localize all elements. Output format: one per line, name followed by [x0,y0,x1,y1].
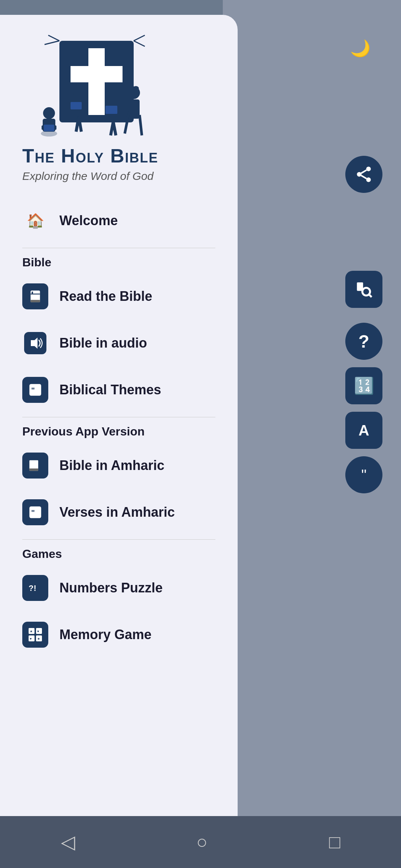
divider-2 [22,417,215,417]
audio-icon [22,330,48,356]
svg-line-4 [361,170,366,173]
svg-text:★: ★ [37,637,40,641]
svg-rect-40 [32,292,33,294]
svg-rect-33 [71,102,82,109]
share-button[interactable] [345,156,382,193]
svg-point-0 [366,167,371,171]
section-title-games: Games [22,547,215,561]
translate-button[interactable]: A [345,412,382,449]
menu-item-numbers-puzzle[interactable]: ?! Numbers Puzzle [22,565,215,611]
app-subtitle: Exploring the Word of God [22,170,154,183]
svg-line-3 [361,175,366,178]
svg-line-7 [369,295,372,297]
svg-line-13 [134,35,145,41]
memory-game-icon: ★ ♥ ♥ ★ [22,622,48,648]
menu-item-verses-amharic[interactable]: " Verses in Amharic [22,489,215,536]
bible-amharic-label: Bible in Amharic [59,458,164,473]
numbers-puzzle-label: Numbers Puzzle [59,580,163,596]
menu-item-bible-audio[interactable]: Bible in audio [22,320,215,366]
svg-text:?!: ?! [29,583,36,593]
svg-line-12 [45,41,59,45]
svg-text:♥: ♥ [30,637,32,641]
svg-point-20 [107,88,120,101]
svg-point-16 [43,107,55,119]
menu-item-bible-amharic[interactable]: Bible in Amharic [22,442,215,489]
welcome-label: Welcome [59,213,118,228]
dark-mode-button[interactable]: 🌙 [342,30,379,67]
menu-item-memory-game[interactable]: ★ ♥ ♥ ★ Memory Game [22,611,215,658]
app-title: The Holy Bible [22,145,158,167]
bible-amharic-icon [22,453,48,479]
section-title-previous: Previous App Version [22,425,215,438]
back-button[interactable]: ◁ [61,831,75,853]
menu-item-read-bible[interactable]: Read the Bible [22,273,215,320]
svg-point-31 [73,85,85,97]
memory-game-label: Memory Game [59,627,151,642]
numbers-puzzle-icon: ?! [22,575,48,601]
biblical-themes-icon: " [22,377,48,403]
bible-audio-label: Bible in audio [59,335,147,351]
svg-line-14 [134,41,145,46]
svg-text:♥: ♥ [37,629,39,633]
svg-line-11 [48,35,59,41]
puzzle-button[interactable]: 🔢 [345,367,382,404]
svg-point-1 [357,172,362,177]
svg-point-6 [362,288,370,296]
svg-text:": " [31,508,35,517]
section-title-bible: Bible [22,256,215,269]
menu-item-welcome[interactable]: 🏠 Welcome [22,197,215,244]
svg-rect-38 [30,300,40,302]
svg-line-24 [113,122,116,135]
home-button[interactable]: ○ [196,831,208,853]
verses-amharic-label: Verses in Amharic [59,504,175,520]
svg-rect-46 [29,468,38,471]
svg-text:": " [31,386,35,394]
navigation-bar: ◁ ○ □ [0,816,401,868]
verses-amharic-icon: " [22,499,48,525]
divider-1 [22,248,215,248]
app-header: The Holy Bible Exploring the Word of God [22,33,215,183]
svg-point-2 [366,177,371,182]
app-logo [22,33,149,145]
search-button[interactable] [345,271,382,308]
divider-3 [22,539,215,540]
svg-rect-10 [71,66,123,82]
biblical-themes-label: Biblical Themes [59,382,161,398]
read-bible-label: Read the Bible [59,289,152,304]
svg-text:★: ★ [30,629,33,633]
recent-button[interactable]: □ [329,831,340,853]
background-panel [223,0,401,816]
navigation-drawer: The Holy Bible Exploring the Word of God… [0,15,238,831]
read-bible-icon [22,283,48,309]
svg-line-28 [140,115,142,135]
home-icon: 🏠 [22,208,48,234]
svg-rect-22 [105,106,117,114]
question-button[interactable]: ? [345,323,382,360]
svg-point-26 [133,86,139,91]
quote-button[interactable]: " [345,456,382,493]
svg-rect-19 [44,125,54,131]
menu-item-biblical-themes[interactable]: " Biblical Themes [22,366,215,413]
